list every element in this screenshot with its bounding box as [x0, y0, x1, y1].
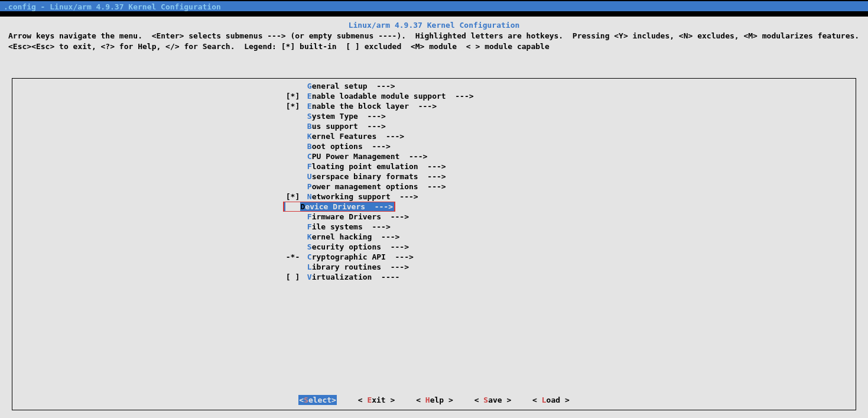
menu-item[interactable]: [*] Enable the block layer ---> [283, 101, 856, 111]
help-button[interactable]: < Help > [416, 395, 453, 405]
instructions-line2: <Esc><Esc> to exit, <?> for Help, </> fo… [8, 41, 860, 52]
menu-item[interactable]: Firmware Drivers ---> [283, 212, 856, 222]
menu-item[interactable]: [*] Networking support ---> [283, 192, 856, 202]
menu-item[interactable]: [ ] Virtualization ---- [283, 272, 856, 282]
menu-list: General setup --->[*] Enable loadable mo… [12, 79, 856, 282]
menu-item[interactable]: -*- Cryptographic API ---> [283, 252, 856, 262]
menu-item[interactable]: Kernel hacking ---> [283, 232, 856, 242]
menu-item[interactable]: [*] Enable loadable module support ---> [283, 91, 856, 101]
menu-item[interactable]: Kernel Features ---> [283, 131, 856, 141]
menu-item[interactable]: Power management options ---> [283, 182, 856, 192]
menu-item[interactable]: Security options ---> [283, 242, 856, 252]
window-title: .config - Linux/arm 4.9.37 Kernel Config… [4, 2, 221, 11]
instructions-line1: Arrow keys navigate the menu. <Enter> se… [8, 31, 860, 41]
menu-box: General setup --->[*] Enable loadable mo… [12, 78, 856, 410]
menu-item[interactable]: General setup ---> [283, 81, 856, 91]
menu-item[interactable]: Userspace binary formats ---> [283, 171, 856, 182]
work-area: Linux/arm 4.9.37 Kernel Configuration Ar… [0, 17, 868, 418]
menu-item[interactable]: Boot options ---> [283, 141, 856, 151]
menu-item-selected[interactable]: Device Drivers ---> [283, 202, 856, 212]
select-button[interactable]: <Select> [298, 395, 337, 405]
save-button[interactable]: < Save > [474, 395, 512, 405]
menu-item[interactable]: CPU Power Management ---> [283, 151, 856, 161]
menu-item[interactable]: Bus support ---> [283, 121, 856, 131]
exit-button[interactable]: < Exit > [358, 395, 395, 405]
page-title: Linux/arm 4.9.37 Kernel Configuration [8, 20, 860, 31]
button-bar: <Select> < Exit > < Help > < Save > < Lo… [12, 395, 856, 405]
window-titlebar: .config - Linux/arm 4.9.37 Kernel Config… [0, 0, 868, 12]
menu-item[interactable]: File systems ---> [283, 222, 856, 232]
menu-item[interactable]: Floating point emulation ---> [283, 161, 856, 171]
menu-item[interactable]: Library routines ---> [283, 262, 856, 272]
menu-item[interactable]: System Type ---> [283, 111, 856, 121]
load-button[interactable]: < Load > [532, 395, 570, 405]
